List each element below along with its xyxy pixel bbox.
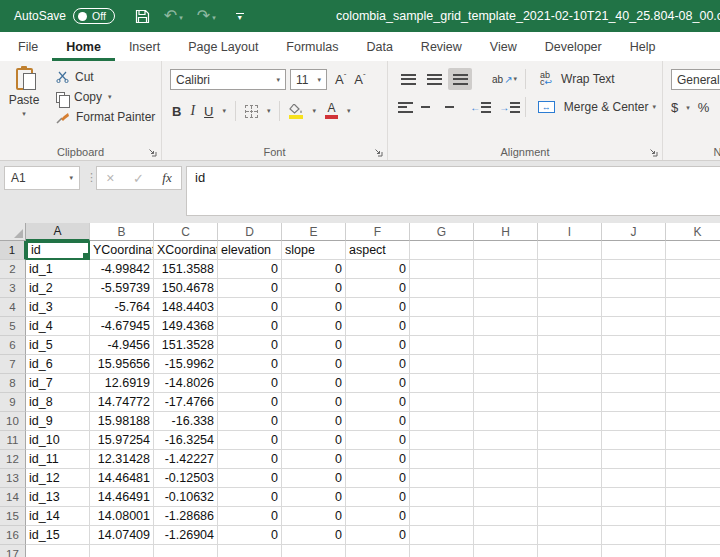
cell-H9[interactable]	[474, 393, 538, 412]
cell-K7[interactable]	[666, 355, 720, 374]
cell-B15[interactable]: 14.08001	[90, 507, 154, 526]
column-header-K[interactable]: K	[666, 223, 720, 241]
autosave-pill[interactable]: Off	[73, 8, 115, 24]
cell-D13[interactable]: 0	[218, 469, 282, 488]
cell-J6[interactable]	[602, 336, 666, 355]
decrease-font-size-button[interactable]: Aˇ	[354, 72, 365, 87]
accounting-caret-icon[interactable]: ▾	[686, 104, 690, 112]
cell-B11[interactable]: 15.97254	[90, 431, 154, 450]
cell-I15[interactable]	[538, 507, 602, 526]
cell-K17[interactable]	[666, 545, 720, 557]
enter-icon[interactable]: ✓	[133, 171, 144, 186]
cell-J9[interactable]	[602, 393, 666, 412]
cell-C10[interactable]: -16.338	[154, 412, 218, 431]
cell-D3[interactable]: 0	[218, 279, 282, 298]
cell-C11[interactable]: -16.3254	[154, 431, 218, 450]
cell-B6[interactable]: -4.9456	[90, 336, 154, 355]
cell-E7[interactable]: 0	[282, 355, 346, 374]
cell-C4[interactable]: 148.4403	[154, 298, 218, 317]
cell-H6[interactable]	[474, 336, 538, 355]
percent-style-button[interactable]: %	[698, 100, 710, 115]
cell-K8[interactable]	[666, 374, 720, 393]
cell-E9[interactable]: 0	[282, 393, 346, 412]
italic-button[interactable]: I	[190, 103, 195, 119]
cell-B4[interactable]: -5.764	[90, 298, 154, 317]
cell-K11[interactable]	[666, 431, 720, 450]
cell-I1[interactable]	[538, 241, 602, 260]
cell-K14[interactable]	[666, 488, 720, 507]
cell-B1[interactable]: YCoordinate	[90, 241, 154, 260]
cell-F10[interactable]: 0	[346, 412, 410, 431]
cell-J15[interactable]	[602, 507, 666, 526]
tab-file[interactable]: File	[4, 32, 52, 61]
cell-J10[interactable]	[602, 412, 666, 431]
cell-C3[interactable]: 150.4678	[154, 279, 218, 298]
cancel-icon[interactable]: ×	[106, 170, 114, 186]
cell-J8[interactable]	[602, 374, 666, 393]
cell-B14[interactable]: 14.46491	[90, 488, 154, 507]
cell-D11[interactable]: 0	[218, 431, 282, 450]
row-header-17[interactable]: 17	[0, 545, 26, 557]
cell-G10[interactable]	[410, 412, 474, 431]
borders-icon[interactable]	[245, 105, 258, 118]
cell-H17[interactable]	[474, 545, 538, 557]
row-header-5[interactable]: 5	[0, 317, 26, 336]
cell-D7[interactable]: 0	[218, 355, 282, 374]
orientation-button[interactable]: ab↗▾	[492, 74, 517, 85]
cell-D9[interactable]: 0	[218, 393, 282, 412]
cell-C8[interactable]: -14.8026	[154, 374, 218, 393]
cell-G9[interactable]	[410, 393, 474, 412]
merge-center-button[interactable]: ↔ Merge & Center ▾	[538, 100, 656, 114]
row-header-15[interactable]: 15	[0, 507, 26, 526]
cell-K4[interactable]	[666, 298, 720, 317]
tab-review[interactable]: Review	[407, 32, 476, 61]
cell-I10[interactable]	[538, 412, 602, 431]
cell-G2[interactable]	[410, 260, 474, 279]
cell-B3[interactable]: -5.59739	[90, 279, 154, 298]
cell-D16[interactable]: 0	[218, 526, 282, 545]
cell-F8[interactable]: 0	[346, 374, 410, 393]
cell-D14[interactable]: 0	[218, 488, 282, 507]
cell-D4[interactable]: 0	[218, 298, 282, 317]
cell-E8[interactable]: 0	[282, 374, 346, 393]
formula-input[interactable]: id	[186, 166, 720, 216]
row-header-12[interactable]: 12	[0, 450, 26, 469]
cell-I16[interactable]	[538, 526, 602, 545]
cell-E16[interactable]: 0	[282, 526, 346, 545]
cell-B13[interactable]: 14.46481	[90, 469, 154, 488]
cell-A7[interactable]: id_6	[26, 355, 90, 374]
row-header-11[interactable]: 11	[0, 431, 26, 450]
cell-H15[interactable]	[474, 507, 538, 526]
cell-B16[interactable]: 14.07409	[90, 526, 154, 545]
font-name-select[interactable]: Calibri ▾	[170, 69, 286, 90]
cell-K3[interactable]	[666, 279, 720, 298]
cell-J3[interactable]	[602, 279, 666, 298]
cell-A8[interactable]: id_7	[26, 374, 90, 393]
cell-I4[interactable]	[538, 298, 602, 317]
cell-I6[interactable]	[538, 336, 602, 355]
row-header-2[interactable]: 2	[0, 260, 26, 279]
copy-button[interactable]: Copy ▾	[56, 90, 155, 104]
document-title[interactable]: colombia_sample_grid_template_2021-02-10…	[336, 0, 720, 32]
cell-D17[interactable]	[218, 545, 282, 557]
cell-H7[interactable]	[474, 355, 538, 374]
cell-C15[interactable]: -1.28686	[154, 507, 218, 526]
cell-A12[interactable]: id_11	[26, 450, 90, 469]
cell-C9[interactable]: -17.4766	[154, 393, 218, 412]
cell-F7[interactable]: 0	[346, 355, 410, 374]
column-header-J[interactable]: J	[602, 223, 666, 241]
column-header-F[interactable]: F	[346, 223, 410, 241]
cell-G8[interactable]	[410, 374, 474, 393]
select-all-corner[interactable]	[0, 223, 26, 241]
cell-F12[interactable]: 0	[346, 450, 410, 469]
cell-H12[interactable]	[474, 450, 538, 469]
row-header-8[interactable]: 8	[0, 374, 26, 393]
tab-view[interactable]: View	[476, 32, 531, 61]
cell-J14[interactable]	[602, 488, 666, 507]
cell-G11[interactable]	[410, 431, 474, 450]
cell-G13[interactable]	[410, 469, 474, 488]
cell-K15[interactable]	[666, 507, 720, 526]
column-header-E[interactable]: E	[282, 223, 346, 241]
cell-C1[interactable]: XCoordinate	[154, 241, 218, 260]
cell-H1[interactable]	[474, 241, 538, 260]
